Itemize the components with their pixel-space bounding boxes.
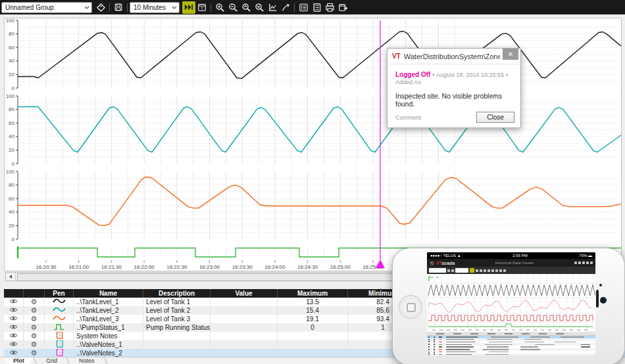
curved-arrow-icon [281, 3, 291, 12]
visibility-toggle[interactable] [4, 340, 24, 349]
trend-chart-region[interactable]: 02040608010002040608010002040608010016:2… [4, 18, 622, 271]
zoom-out-vertical-button[interactable] [253, 1, 266, 14]
jump-to-now-button[interactable] [182, 1, 195, 14]
note-status: Logged Off [395, 71, 430, 78]
tab-grid[interactable]: Grid [37, 357, 66, 364]
eye-icon [9, 315, 18, 323]
battery-icon: ▬ [588, 254, 592, 258]
left-arrow-icon [9, 275, 12, 279]
gear-icon: ⚙ [31, 349, 38, 357]
export-button[interactable] [336, 1, 349, 14]
visibility-toggle[interactable] [4, 332, 24, 340]
svg-text:16:23:30: 16:23:30 [232, 264, 253, 270]
group-combobox[interactable]: Unnamed Group [1, 2, 92, 13]
pen-wave-icon [53, 315, 66, 323]
tag-button[interactable] [94, 1, 107, 14]
maximum-column-header: Maximum [278, 289, 348, 298]
svg-text:0: 0 [12, 237, 15, 242]
gear-icon: ⚙ [31, 323, 38, 331]
visibility-toggle[interactable] [4, 323, 24, 332]
pen-description-cell: Pump Running Status 1 [143, 323, 211, 332]
phone-home-button [399, 295, 422, 319]
pen-name-cell: ..\TankLevel_1 [74, 298, 143, 306]
zoom-out-button[interactable] [226, 1, 239, 14]
toolbar-separator [109, 3, 110, 12]
phone-toolbar [427, 267, 595, 274]
print-button[interactable] [323, 1, 336, 14]
note-dialog-titlebar[interactable]: VT WaterDistributionSystem\Zone 1\... ✕ [388, 49, 520, 64]
tab-notes[interactable]: Notes [70, 357, 104, 364]
phone-icon [574, 262, 577, 264]
pen-style-cell [45, 306, 74, 315]
note-added-by: Added Au [395, 79, 421, 85]
phone-highlight-button [470, 268, 474, 273]
phone-chart-area [427, 274, 595, 355]
pen-value-cell [211, 332, 278, 340]
phone-battery: 75% ▬ [579, 254, 592, 258]
pan-follow-button[interactable] [279, 1, 292, 14]
legend-button[interactable] [297, 1, 310, 14]
save-button[interactable] [112, 1, 125, 14]
zoom-in-vertical-icon [241, 3, 251, 12]
pen-description-cell [143, 340, 211, 349]
pen-style-cell [45, 340, 74, 349]
back-icon: ⦿ [430, 261, 434, 265]
dialog-close-x-button[interactable]: ✕ [503, 49, 518, 60]
phone-app-header: ⦿ VTscada Historical Data Viewer [427, 259, 595, 267]
gear-icon: ⚙ [31, 315, 38, 323]
pen-name-cell: ..\TankLevel_3 [74, 315, 143, 323]
phone-header-icons [574, 262, 593, 264]
calendar-button[interactable]: 7 [195, 1, 209, 14]
pen-maximum-cell [278, 332, 348, 340]
svg-text:100: 100 [6, 169, 15, 175]
pen-settings-button[interactable]: ⚙ [24, 306, 45, 315]
axes-chart-icon [268, 3, 278, 12]
svg-text:16:23:00: 16:23:00 [199, 264, 220, 270]
eye-icon [9, 332, 18, 340]
svg-text:16:25:00: 16:25:00 [330, 264, 351, 270]
export-window-icon [338, 3, 348, 12]
pen-settings-button[interactable]: ⚙ [24, 323, 45, 332]
phone-toolbar-icon [484, 269, 486, 272]
svg-text:16:20:30: 16:20:30 [36, 264, 57, 270]
phone-app-logo: VTscada [436, 261, 455, 265]
svg-text:40: 40 [9, 58, 14, 64]
pen-settings-button[interactable]: ⚙ [24, 298, 45, 306]
pen-maximum-cell: 19.1 [278, 315, 348, 323]
auto-scale-button[interactable] [266, 1, 279, 14]
phone-combo [455, 268, 468, 273]
pen-maximum-cell: 15.4 [278, 306, 348, 315]
trend-charts: 02040608010002040608010002040608010016:2… [5, 18, 621, 271]
note-dialog: VT WaterDistributionSystem\Zone 1\... ✕ … [387, 48, 521, 128]
pen-settings-button[interactable]: ⚙ [24, 340, 45, 349]
phone-toolbar-icon [488, 269, 490, 272]
phone-toolbar-icon [491, 269, 494, 272]
phone-toolbar-icon [447, 269, 450, 272]
pen-maximum-cell [278, 340, 348, 349]
close-icon: ✕ [508, 51, 513, 58]
eye-icon [9, 307, 18, 314]
description-column-header: Description [143, 289, 211, 298]
svg-text:40: 40 [9, 209, 14, 215]
visibility-toggle[interactable] [4, 298, 24, 306]
timespan-combobox[interactable]: 10 Minutes [130, 2, 180, 13]
visibility-toggle[interactable] [4, 306, 24, 315]
pen-settings-button[interactable]: ⚙ [24, 332, 45, 340]
signal-dots-icon: ●●●●○ [430, 254, 443, 258]
dialog-close-button[interactable]: Close [476, 112, 514, 123]
pen-pulse-icon [53, 323, 65, 332]
phone-carrier: ●●●●○ TELUS ▲ [430, 254, 461, 258]
zoom-in-vertical-button[interactable] [239, 1, 253, 14]
svg-text:40: 40 [9, 133, 14, 139]
pen-style-cell [45, 298, 74, 306]
visibility-toggle[interactable] [4, 315, 24, 323]
zoom-in-button[interactable] [213, 1, 226, 14]
printer-icon [325, 3, 335, 12]
phone-sensor-dot [599, 284, 602, 286]
scroll-left-button[interactable] [6, 273, 16, 281]
svg-text:60: 60 [9, 120, 14, 126]
notebook-button[interactable] [310, 1, 323, 14]
tab-plot[interactable]: Plot [4, 357, 34, 364]
pen-settings-button[interactable]: ⚙ [24, 315, 45, 323]
pen-description-cell: Level of Tank 3 [143, 315, 211, 323]
